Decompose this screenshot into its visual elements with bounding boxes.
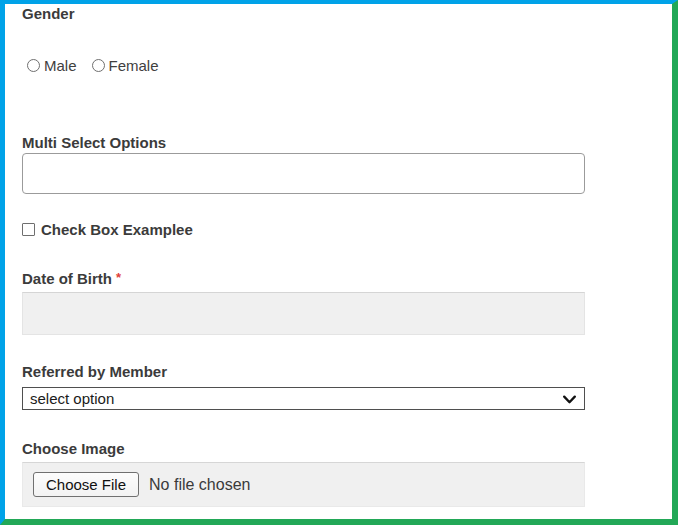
example-checkbox[interactable] [22, 223, 35, 236]
dob-input[interactable] [22, 292, 585, 335]
referred-by-label: Referred by Member [22, 363, 167, 380]
female-radio-label[interactable]: Female [109, 57, 159, 74]
gender-option-female: Female [92, 57, 159, 74]
checkbox-row: Check Box Examplee [22, 221, 193, 238]
referred-by-select-wrap: select option [22, 387, 585, 410]
multi-select-label: Multi Select Options [22, 134, 166, 151]
gender-option-male: Male [27, 57, 77, 74]
male-radio-label[interactable]: Male [44, 57, 77, 74]
required-asterisk: * [116, 270, 121, 285]
dob-label-text: Date of Birth [22, 270, 112, 287]
gender-label: Gender [22, 5, 75, 22]
choose-image-label: Choose Image [22, 440, 125, 457]
form-page: Gender Male Female Multi Select Options … [0, 0, 678, 525]
file-status-text: No file chosen [149, 476, 250, 494]
gender-radio-group: Male Female [27, 57, 159, 74]
male-radio[interactable] [27, 59, 40, 72]
dob-label: Date of Birth* [22, 270, 121, 287]
referred-by-select[interactable]: select option [22, 387, 585, 410]
female-radio[interactable] [92, 59, 105, 72]
choose-file-button[interactable]: Choose File [33, 472, 139, 497]
file-input-strip: Choose File No file chosen [22, 462, 585, 507]
example-checkbox-label[interactable]: Check Box Examplee [41, 221, 193, 238]
multi-select-input[interactable] [22, 153, 585, 194]
